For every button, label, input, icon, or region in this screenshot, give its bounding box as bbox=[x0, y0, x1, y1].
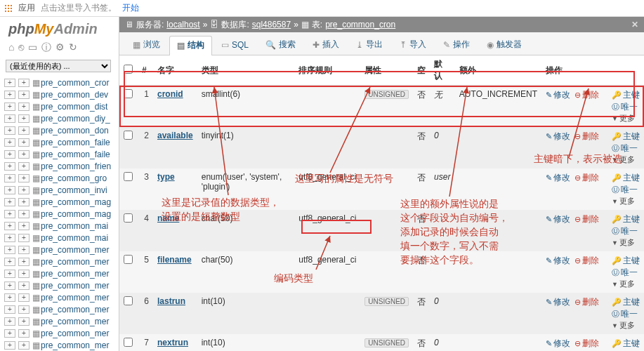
tree-item[interactable]: ++▦pre_common_mai bbox=[3, 220, 119, 232]
expand-icon[interactable]: + bbox=[4, 293, 15, 302]
expand-icon[interactable]: + bbox=[18, 293, 29, 302]
column-link[interactable]: filename bbox=[157, 255, 192, 265]
drop-action[interactable]: ⊖删除 bbox=[574, 338, 599, 350]
row-checkbox[interactable] bbox=[124, 213, 133, 223]
drop-action[interactable]: ⊖删除 bbox=[574, 131, 599, 143]
sql-icon[interactable]: ▭ bbox=[28, 41, 37, 54]
bc-table[interactable]: pre_common_cron bbox=[325, 20, 395, 29]
column-link[interactable]: cronid bbox=[157, 89, 183, 99]
tab-触发器[interactable]: ◉触发器 bbox=[479, 35, 530, 55]
settings-icon[interactable]: ⚙ bbox=[55, 41, 65, 54]
row-checkbox[interactable] bbox=[124, 89, 133, 98]
tree-item[interactable]: ++▦pre_common_mer bbox=[3, 244, 119, 256]
apps-grid-icon[interactable] bbox=[4, 4, 13, 13]
drop-action[interactable]: ⊖删除 bbox=[574, 89, 599, 101]
expand-icon[interactable]: + bbox=[4, 329, 15, 338]
primary-action[interactable]: 🔑主键 bbox=[612, 172, 640, 184]
column-link[interactable]: available bbox=[157, 131, 193, 140]
expand-icon[interactable]: + bbox=[4, 126, 15, 135]
tree-item[interactable]: ++▦pre_common_frien bbox=[3, 160, 119, 172]
unique-action[interactable]: Ⓤ唯一 bbox=[612, 101, 640, 113]
expand-icon[interactable]: + bbox=[18, 305, 29, 314]
tree-item[interactable]: ++▦pre_common_cror bbox=[3, 77, 119, 88]
primary-action[interactable]: 🔑主键 bbox=[612, 338, 640, 350]
tree-item[interactable]: ++▦pre_common_faile bbox=[3, 136, 119, 148]
expand-icon[interactable]: + bbox=[18, 282, 29, 290]
expand-icon[interactable]: + bbox=[18, 198, 29, 206]
primary-action[interactable]: 🔑主键 bbox=[612, 131, 640, 143]
start-link[interactable]: 开始 bbox=[122, 2, 139, 14]
expand-icon[interactable]: + bbox=[18, 162, 29, 171]
expand-icon[interactable]: + bbox=[4, 246, 15, 254]
expand-icon[interactable]: + bbox=[4, 317, 15, 326]
phpmyadmin-logo[interactable]: phpMyAdmin bbox=[0, 17, 119, 40]
column-link[interactable]: lastrun bbox=[157, 296, 185, 306]
expand-icon[interactable]: + bbox=[4, 270, 15, 278]
tree-item[interactable]: ++▦pre_common_dev bbox=[3, 88, 119, 100]
expand-icon[interactable]: + bbox=[4, 79, 15, 87]
edit-action[interactable]: ✎修改 bbox=[546, 172, 570, 184]
unique-action[interactable]: Ⓤ唯一 bbox=[612, 308, 640, 320]
expand-icon[interactable]: + bbox=[18, 138, 29, 147]
expand-icon[interactable]: + bbox=[4, 210, 15, 218]
primary-action[interactable]: 🔑主键 bbox=[612, 296, 640, 308]
expand-icon[interactable]: + bbox=[18, 79, 29, 87]
edit-action[interactable]: ✎修改 bbox=[546, 255, 570, 267]
expand-icon[interactable]: + bbox=[18, 174, 29, 183]
more-action[interactable]: 更多 bbox=[612, 196, 640, 206]
expand-icon[interactable]: + bbox=[4, 305, 15, 314]
expand-icon[interactable]: + bbox=[4, 222, 15, 230]
unique-action[interactable]: Ⓤ唯一 bbox=[612, 267, 640, 279]
drop-action[interactable]: ⊖删除 bbox=[574, 255, 599, 267]
drop-action[interactable]: ⊖删除 bbox=[574, 296, 599, 308]
edit-action[interactable]: ✎修改 bbox=[546, 89, 570, 101]
expand-icon[interactable]: + bbox=[18, 114, 29, 123]
tree-item[interactable]: ++▦pre_common_mer bbox=[3, 256, 119, 267]
select-all-checkbox[interactable] bbox=[124, 65, 133, 74]
primary-action[interactable]: 🔑主键 bbox=[612, 255, 640, 267]
tree-item[interactable]: ++▦pre_common_mai bbox=[3, 232, 119, 244]
row-checkbox[interactable] bbox=[124, 296, 133, 305]
expand-icon[interactable]: + bbox=[4, 114, 15, 123]
row-checkbox[interactable] bbox=[124, 255, 133, 264]
expand-icon[interactable]: + bbox=[18, 329, 29, 338]
expand-icon[interactable]: + bbox=[18, 234, 29, 242]
more-action[interactable]: 更多 bbox=[612, 279, 640, 289]
expand-icon[interactable]: + bbox=[18, 150, 29, 159]
row-checkbox[interactable] bbox=[124, 131, 133, 140]
tree-item[interactable]: ++▦pre_common_mer bbox=[3, 303, 119, 315]
expand-icon[interactable]: + bbox=[4, 102, 15, 111]
expand-icon[interactable]: + bbox=[18, 222, 29, 230]
bc-database[interactable]: sql486587 bbox=[252, 20, 291, 29]
expand-icon[interactable]: + bbox=[18, 341, 29, 350]
expand-icon[interactable]: + bbox=[4, 186, 15, 194]
tree-item[interactable]: ++▦pre_common_dist bbox=[3, 100, 119, 112]
expand-icon[interactable]: + bbox=[18, 186, 29, 194]
tab-浏览[interactable]: ▦浏览 bbox=[125, 35, 168, 55]
more-action[interactable]: 更多 bbox=[612, 113, 640, 124]
expand-icon[interactable]: + bbox=[4, 91, 15, 99]
expand-icon[interactable]: + bbox=[4, 341, 15, 350]
row-checkbox[interactable] bbox=[124, 172, 133, 181]
tree-item[interactable]: ++▦pre_common_mer bbox=[3, 267, 119, 279]
edit-action[interactable]: ✎修改 bbox=[546, 296, 570, 308]
edit-action[interactable]: ✎修改 bbox=[546, 338, 570, 350]
more-action[interactable]: 更多 bbox=[612, 154, 640, 165]
expand-icon[interactable]: + bbox=[18, 102, 29, 111]
tab-结构[interactable]: ▤结构 bbox=[169, 36, 212, 55]
unique-action[interactable]: Ⓤ唯一 bbox=[612, 225, 640, 237]
tree-item[interactable]: ++▦pre_common_mer bbox=[3, 327, 119, 339]
drop-action[interactable]: ⊖删除 bbox=[574, 172, 599, 184]
expand-icon[interactable]: + bbox=[18, 91, 29, 99]
docs-icon[interactable]: ⓘ bbox=[41, 41, 51, 54]
tree-item[interactable]: ++▦pre_common_mer bbox=[3, 315, 119, 327]
tree-item[interactable]: ++▦pre_common_mag bbox=[3, 196, 119, 208]
expand-icon[interactable]: + bbox=[4, 162, 15, 171]
expand-icon[interactable]: + bbox=[4, 138, 15, 147]
expand-icon[interactable]: + bbox=[4, 234, 15, 242]
apps-label[interactable]: 应用 bbox=[18, 2, 35, 14]
unique-action[interactable]: Ⓤ唯一 bbox=[612, 143, 640, 154]
tree-item[interactable]: ++▦pre_common_don bbox=[3, 124, 119, 136]
drop-action[interactable]: ⊖删除 bbox=[574, 213, 599, 225]
primary-action[interactable]: 🔑主键 bbox=[612, 213, 640, 225]
